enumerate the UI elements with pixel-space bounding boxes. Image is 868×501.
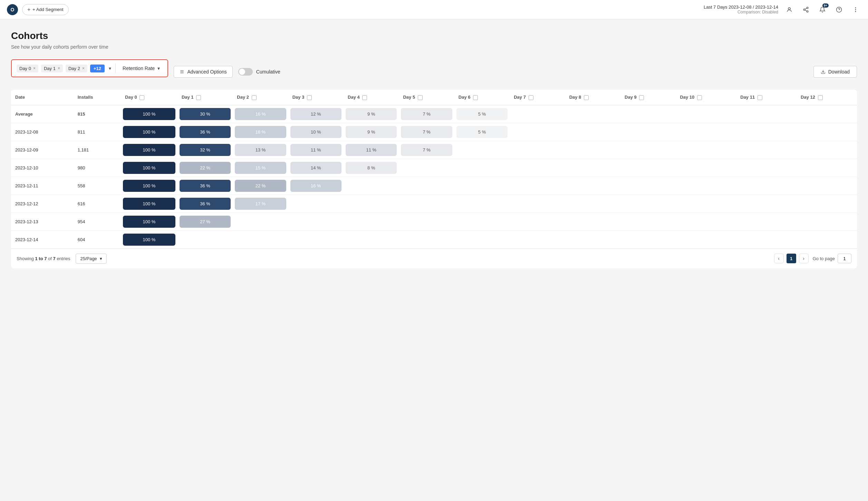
col-day11-checkbox[interactable] xyxy=(758,95,762,100)
metric-select[interactable]: Retention Rate ▾ xyxy=(120,64,163,72)
cell-day3: 12 % xyxy=(288,105,344,123)
topbar: O + + Add Segment Last 7 Days 2023-12-08… xyxy=(0,0,868,19)
share-icon-button[interactable] xyxy=(800,4,811,15)
cohort-value-day3: 16 % xyxy=(290,180,341,192)
cell-day1: 36 % xyxy=(177,195,233,213)
table-footer: Showing 1 to 7 of 7 entries 25/Page ▾ ‹ … xyxy=(11,248,857,268)
pagination: ‹ 1 › xyxy=(774,254,809,263)
tag-day1[interactable]: Day 1 × xyxy=(41,65,63,72)
col-day1: Day 1 xyxy=(177,90,233,105)
tag-day0-label: Day 0 xyxy=(19,66,31,71)
col-day3-checkbox[interactable] xyxy=(307,95,312,100)
filter-divider xyxy=(115,63,116,73)
per-page-select[interactable]: 25/Page ▾ xyxy=(76,254,106,264)
col-day7: Day 7 xyxy=(510,90,565,105)
comparison-label: Comparison: Disabled xyxy=(704,10,778,14)
col-date: Date xyxy=(11,90,74,105)
col-day6-checkbox[interactable] xyxy=(473,95,478,100)
cell-day4: 11 % xyxy=(344,141,399,159)
cohort-value-day0: 100 % xyxy=(123,234,175,246)
cell-day10 xyxy=(676,105,736,123)
cell-installs: 1,181 xyxy=(74,141,121,159)
cohort-value-day1: 36 % xyxy=(180,126,231,138)
metric-dropdown-arrow: ▾ xyxy=(157,66,160,71)
user-icon-button[interactable] xyxy=(784,4,795,15)
goto-input[interactable] xyxy=(838,254,851,263)
cell-day6: 5 % xyxy=(454,105,510,123)
cell-day10 xyxy=(676,230,736,248)
cell-date: 2023-12-14 xyxy=(11,230,74,248)
cell-day10 xyxy=(676,159,736,177)
svg-point-1 xyxy=(807,7,808,9)
tag-day0-close[interactable]: × xyxy=(33,66,36,71)
cohort-value-day3: 10 % xyxy=(290,126,341,138)
cohorts-table: Date Installs Day 0 Day 1 Day 2 Day 3 Da… xyxy=(11,90,857,248)
col-day7-checkbox[interactable] xyxy=(529,95,533,100)
cell-day9 xyxy=(620,159,676,177)
cell-day12 xyxy=(797,213,857,230)
cell-day8 xyxy=(565,195,620,213)
col-day8-checkbox[interactable] xyxy=(584,95,589,100)
notification-icon-button[interactable]: 9+ xyxy=(817,4,828,15)
prev-page-button[interactable]: ‹ xyxy=(774,254,784,263)
cohort-value-day5: 7 % xyxy=(401,126,452,138)
advanced-options-button[interactable]: Advanced Options xyxy=(174,66,232,78)
cell-date: Average xyxy=(11,105,74,123)
org-avatar: O xyxy=(7,4,18,15)
tag-day2-close[interactable]: × xyxy=(82,66,85,71)
cohort-value-day0: 100 % xyxy=(123,144,175,156)
cumulative-toggle[interactable] xyxy=(238,68,253,76)
table-row: 2023-12-10980100 %22 %15 %14 %8 % xyxy=(11,159,857,177)
cell-day1: 36 % xyxy=(177,123,233,141)
col-day2-checkbox[interactable] xyxy=(252,95,257,100)
cell-day4: 9 % xyxy=(344,105,399,123)
tag-day0[interactable]: Day 0 × xyxy=(17,65,38,72)
add-segment-button[interactable]: + + Add Segment xyxy=(22,4,69,15)
next-page-button[interactable]: › xyxy=(799,254,809,263)
cell-day12 xyxy=(797,177,857,195)
col-day10-checkbox[interactable] xyxy=(697,95,702,100)
tag-day1-close[interactable]: × xyxy=(58,66,60,71)
advanced-options-label: Advanced Options xyxy=(187,69,226,75)
cell-day2: 17 % xyxy=(233,195,288,213)
topbar-right: Last 7 Days 2023-12-08 / 2023-12-14 Comp… xyxy=(704,4,861,15)
download-button[interactable]: Download xyxy=(813,66,857,78)
svg-point-0 xyxy=(788,8,790,10)
cell-day1: 22 % xyxy=(177,159,233,177)
tag-day2[interactable]: Day 2 × xyxy=(66,65,87,72)
cell-day7 xyxy=(510,213,565,230)
cohort-value-day4: 11 % xyxy=(346,144,397,156)
svg-point-8 xyxy=(855,8,856,8)
tag-day2-label: Day 2 xyxy=(68,66,80,71)
cell-day5 xyxy=(399,177,454,195)
cohort-value-day1: 36 % xyxy=(180,180,231,192)
more-tags-button[interactable]: +12 xyxy=(90,65,105,72)
goto-label: Go to page xyxy=(813,256,835,261)
help-icon-button[interactable] xyxy=(833,4,845,15)
cohort-value-day2: 13 % xyxy=(235,144,286,156)
col-day0-checkbox[interactable] xyxy=(139,95,144,100)
cell-date: 2023-12-09 xyxy=(11,141,74,159)
col-day4-checkbox[interactable] xyxy=(362,95,367,100)
cohort-value-day6: 5 % xyxy=(456,108,508,120)
cell-day7 xyxy=(510,230,565,248)
col-day12-checkbox[interactable] xyxy=(818,95,823,100)
cohort-value-day0: 100 % xyxy=(123,162,175,174)
cohort-value-day0: 100 % xyxy=(123,108,175,120)
tag-dropdown-arrow[interactable]: ▾ xyxy=(109,66,111,71)
col-day5-checkbox[interactable] xyxy=(418,95,423,100)
cell-day1: 27 % xyxy=(177,213,233,230)
col-day9-checkbox[interactable] xyxy=(639,95,644,100)
cell-day8 xyxy=(565,105,620,123)
more-options-button[interactable] xyxy=(850,4,861,15)
cell-date: 2023-12-12 xyxy=(11,195,74,213)
col-day1-checkbox[interactable] xyxy=(196,95,201,100)
cell-day12 xyxy=(797,105,857,123)
cohort-value-day5: 7 % xyxy=(401,144,452,156)
cell-day3: 11 % xyxy=(288,141,344,159)
svg-point-3 xyxy=(807,11,808,12)
cell-day5 xyxy=(399,195,454,213)
cell-day11 xyxy=(736,213,797,230)
cell-day6 xyxy=(454,213,510,230)
cell-day4 xyxy=(344,195,399,213)
